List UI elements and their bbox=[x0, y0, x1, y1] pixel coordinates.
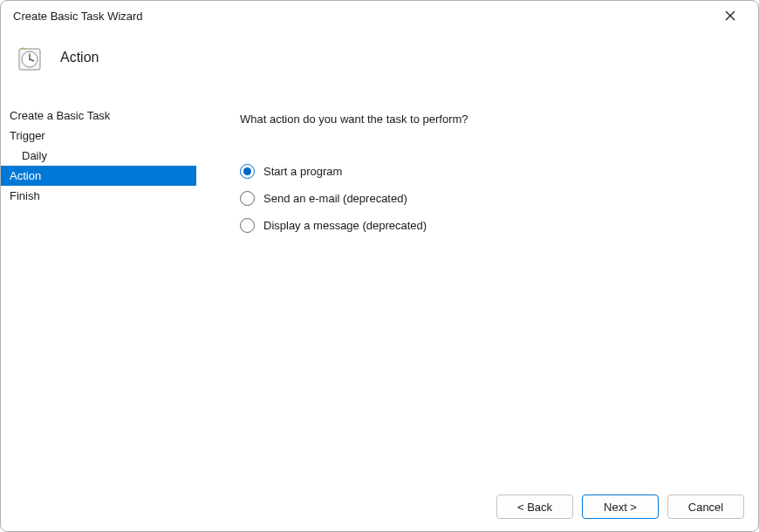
radio-display-message[interactable]: Display a message (deprecated) bbox=[240, 218, 737, 233]
action-question: What action do you want the task to perf… bbox=[240, 113, 737, 126]
titlebar: Create Basic Task Wizard bbox=[1, 1, 758, 31]
sidebar-item-action[interactable]: Action bbox=[1, 166, 196, 186]
radio-label: Send an e-mail (deprecated) bbox=[263, 192, 407, 205]
sidebar-item-create-basic-task[interactable]: Create a Basic Task bbox=[1, 106, 196, 126]
window-title: Create Basic Task Wizard bbox=[11, 10, 143, 23]
radio-label: Start a program bbox=[263, 165, 342, 178]
sidebar-item-finish[interactable]: Finish bbox=[1, 186, 196, 206]
back-button[interactable]: < Back bbox=[496, 494, 573, 519]
clock-icon bbox=[15, 43, 44, 72]
svg-point-7 bbox=[29, 58, 31, 60]
radio-label: Display a message (deprecated) bbox=[263, 219, 427, 232]
radio-start-program[interactable]: Start a program bbox=[240, 164, 737, 179]
page-title: Action bbox=[60, 50, 99, 65]
wizard-steps-sidebar: Create a Basic Task Trigger Daily Action… bbox=[1, 97, 196, 481]
wizard-footer: < Back Next > Cancel bbox=[496, 494, 744, 519]
sidebar-item-daily[interactable]: Daily bbox=[1, 146, 196, 166]
wizard-main-pane: What action do you want the task to perf… bbox=[196, 97, 758, 481]
radio-button[interactable] bbox=[240, 218, 255, 233]
radio-send-email[interactable]: Send an e-mail (deprecated) bbox=[240, 191, 737, 206]
cancel-button[interactable]: Cancel bbox=[667, 494, 744, 519]
radio-button[interactable] bbox=[240, 164, 255, 179]
action-radio-group: Start a program Send an e-mail (deprecat… bbox=[240, 164, 737, 233]
wizard-header: Action bbox=[1, 31, 758, 97]
next-button[interactable]: Next > bbox=[582, 494, 659, 519]
close-icon bbox=[725, 10, 735, 21]
close-button[interactable] bbox=[713, 3, 748, 29]
radio-button[interactable] bbox=[240, 191, 255, 206]
sidebar-item-trigger[interactable]: Trigger bbox=[1, 126, 196, 146]
